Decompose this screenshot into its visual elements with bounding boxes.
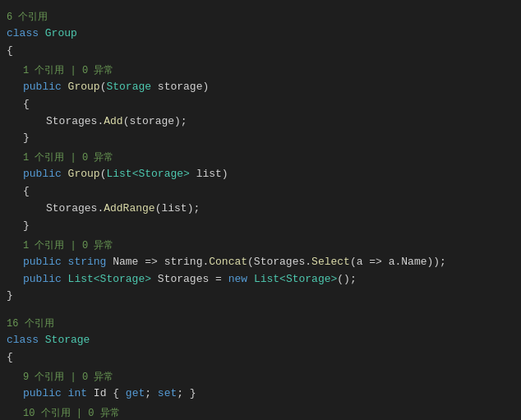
separator <box>0 305 521 313</box>
class-keyword: class <box>7 25 45 43</box>
group-refs-hint: 6 个引用 <box>0 7 521 25</box>
group-refs-text: 6 个引用 <box>7 10 48 25</box>
group-class-line: class Group <box>0 25 521 43</box>
storage-refs-hint: 16 个引用 <box>0 313 521 332</box>
storage-class-line: class Storage <box>0 332 521 349</box>
prop-storages-line: public List<Storage> Storages = new List… <box>0 271 521 288</box>
group-class-name: Group <box>45 25 77 43</box>
constructor1-brace-close: } <box>0 130 521 147</box>
storage-name-refs-hint: 10 个引用 | 0 异常 <box>0 403 521 420</box>
constructor1-body: Storages.Add(storage); <box>0 113 521 131</box>
storage-class-name: Storage <box>45 332 90 349</box>
props-refs-hint: 1 个引用 | 0 异常 <box>0 235 521 254</box>
storage-name-refs-text: 10 个引用 | 0 异常 <box>23 406 120 420</box>
storage-brace-open: { <box>0 349 521 367</box>
constructor2-refs-text: 1 个引用 | 0 异常 <box>23 150 113 166</box>
props-refs-text: 1 个引用 | 0 异常 <box>23 238 113 254</box>
constructor2-refs-hint: 1 个引用 | 0 异常 <box>0 147 521 166</box>
storage-id-refs-hint: 9 个引用 | 0 异常 <box>0 367 521 385</box>
constructor2-brace-close: } <box>0 218 521 235</box>
code-container: 6 个引用 class Group { 1 个引用 | 0 异常 public … <box>0 0 521 420</box>
constructor2-body: Storages.AddRange(list); <box>0 201 521 218</box>
constructor1-refs-text: 1 个引用 | 0 异常 <box>23 63 113 79</box>
constructor2-brace-open: { <box>0 183 521 201</box>
storage-refs-text: 16 个引用 <box>7 316 54 332</box>
group-brace-open: { <box>0 43 521 60</box>
constructor1-brace-open: { <box>0 96 521 113</box>
group-brace-close: } <box>0 288 521 305</box>
prop-name-line: public string Name => string.Concat(Stor… <box>0 254 521 271</box>
constructor2-sig: public Group(List<Storage> list) <box>0 166 521 183</box>
storage-id-line: public int Id { get; set; } <box>0 385 521 403</box>
constructor1-sig: public Group(Storage storage) <box>0 79 521 96</box>
storage-id-refs-text: 9 个引用 | 0 异常 <box>23 370 113 385</box>
constructor1-refs-hint: 1 个引用 | 0 异常 <box>0 60 521 79</box>
